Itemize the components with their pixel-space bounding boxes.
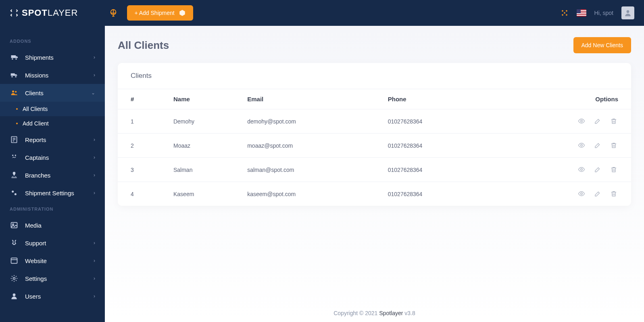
edit-button[interactable] xyxy=(593,117,602,125)
user-name: spot xyxy=(603,10,613,16)
svg-point-27 xyxy=(13,278,15,280)
cell-options xyxy=(490,134,631,158)
edit-button[interactable] xyxy=(593,165,602,174)
svg-point-15 xyxy=(11,76,13,77)
page-header: All Clients Add New Clients xyxy=(118,37,631,53)
delete-button[interactable] xyxy=(609,141,618,150)
shipments-icon xyxy=(10,53,19,61)
sidebar-sub-all-clients[interactable]: All Clients xyxy=(0,102,105,116)
bullet-icon xyxy=(16,123,18,124)
topbar-right: Hi, spot xyxy=(561,6,634,19)
sidebar-item-captains[interactable]: Captains › xyxy=(0,148,105,166)
sidebar-label: Shipments xyxy=(25,54,87,61)
sidebar-label: Captains xyxy=(25,154,87,161)
table-header-row: # Name Email Phone Options xyxy=(118,89,631,109)
page-title: All Clients xyxy=(118,39,169,52)
cell-name: Salman xyxy=(169,158,242,182)
cell-name: Demohy xyxy=(169,109,242,134)
svg-point-21 xyxy=(15,155,16,156)
delete-button[interactable] xyxy=(609,165,618,174)
support-icon xyxy=(10,239,19,247)
gear-icon xyxy=(10,274,19,282)
svg-point-25 xyxy=(13,224,14,225)
delete-button[interactable] xyxy=(609,189,618,198)
sidebar-item-shipment-settings[interactable]: Shipment Settings › xyxy=(0,184,105,202)
sidebar-item-users[interactable]: Users › xyxy=(0,287,105,305)
chevron-right-icon: › xyxy=(94,72,95,78)
svg-point-14 xyxy=(15,59,17,60)
cell-options xyxy=(490,182,631,206)
col-name: Name xyxy=(169,89,242,109)
sidebar-item-support[interactable]: Support › xyxy=(0,234,105,252)
view-button[interactable] xyxy=(577,165,586,174)
chevron-right-icon: › xyxy=(94,293,95,299)
view-button[interactable] xyxy=(577,141,586,150)
avatar-icon xyxy=(624,9,632,17)
sidebar-label: Branches xyxy=(25,172,87,179)
svg-rect-26 xyxy=(11,258,17,263)
cell-email: kaseem@spot.com xyxy=(242,182,383,206)
cell-email: salman@spot.com xyxy=(242,158,383,182)
truck-icon xyxy=(10,71,19,79)
reports-icon xyxy=(10,136,19,144)
svg-rect-11 xyxy=(577,9,581,13)
box-icon xyxy=(179,9,186,17)
edit-icon xyxy=(594,117,601,125)
sidebar-item-shipments[interactable]: Shipments › xyxy=(0,48,105,66)
sidebar-sub-add-client[interactable]: Add Client xyxy=(0,116,105,131)
apps-button[interactable] xyxy=(561,9,569,17)
edit-button[interactable] xyxy=(593,141,602,150)
sidebar-label: Support xyxy=(25,240,87,247)
edit-button[interactable] xyxy=(593,189,602,198)
sidebar-label: Website xyxy=(25,257,87,264)
sidebar-item-reports[interactable]: Reports › xyxy=(0,131,105,148)
svg-point-31 xyxy=(581,169,583,171)
sidebar-item-media[interactable]: Media xyxy=(0,216,105,234)
globe-icon xyxy=(109,8,118,17)
logo[interactable]: SPOTLAYER xyxy=(10,8,78,18)
cell-email: demohy@spot.com xyxy=(242,109,383,134)
svg-point-20 xyxy=(12,155,13,156)
chevron-right-icon: › xyxy=(94,155,95,160)
sub-label: All Clients xyxy=(23,106,48,112)
view-button[interactable] xyxy=(577,189,586,198)
section-addons: ADDONS xyxy=(0,34,105,48)
add-shipment-button[interactable]: + Add Shipment xyxy=(127,5,193,21)
sidebar-item-branches[interactable]: Branches › xyxy=(0,166,105,184)
sidebar-label: Reports xyxy=(25,136,87,143)
sidebar-item-website[interactable]: Website › xyxy=(0,252,105,270)
sidebar-item-clients[interactable]: Clients ⌄ xyxy=(0,84,105,102)
sidebar-item-settings[interactable]: Settings › xyxy=(0,270,105,287)
cell-phone: 01027628364 xyxy=(383,158,490,182)
trash-icon xyxy=(610,190,617,197)
delete-button[interactable] xyxy=(609,117,618,125)
apps-icon xyxy=(561,9,569,17)
user-greeting: Hi, spot xyxy=(594,10,613,16)
chevron-right-icon: › xyxy=(94,137,95,142)
cell-email: moaaz@spot.com xyxy=(242,134,383,158)
language-flag[interactable] xyxy=(577,9,586,17)
eye-icon xyxy=(578,117,585,125)
sidebar-label: Media xyxy=(25,222,95,229)
sidebar-item-missions[interactable]: Missions › xyxy=(0,66,105,84)
logo-text-bold: SPOT xyxy=(22,8,48,18)
add-new-clients-button[interactable]: Add New Clients xyxy=(573,37,631,53)
cell-num: 1 xyxy=(118,109,169,134)
cell-phone: 01027628364 xyxy=(383,182,490,206)
eye-icon xyxy=(578,190,585,197)
sidebar-label: Users xyxy=(25,293,87,300)
eye-icon xyxy=(578,166,585,173)
svg-point-13 xyxy=(12,59,13,60)
trash-icon xyxy=(610,142,617,149)
avatar[interactable] xyxy=(621,6,634,19)
globe-button[interactable] xyxy=(106,6,121,20)
greeting-prefix: Hi, xyxy=(594,10,603,16)
svg-point-28 xyxy=(13,293,16,296)
chevron-right-icon: › xyxy=(94,276,95,281)
svg-rect-3 xyxy=(563,12,565,14)
view-button[interactable] xyxy=(577,117,586,125)
svg-point-23 xyxy=(15,193,17,195)
edit-icon xyxy=(594,142,601,149)
table-row: 4 Kaseem kaseem@spot.com 01027628364 xyxy=(118,182,631,206)
svg-point-29 xyxy=(581,120,583,122)
